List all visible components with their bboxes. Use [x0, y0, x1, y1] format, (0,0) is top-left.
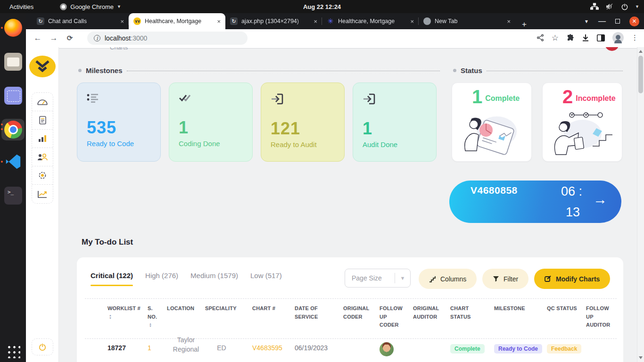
milestone-card-ready-to-code[interactable]: 535 Ready to Code	[77, 82, 161, 162]
header-qc-status: QC STATUS	[547, 304, 586, 329]
app-grid-button[interactable]	[6, 344, 20, 358]
app-favicon-icon: ∨∨	[133, 17, 141, 25]
header-chart: CHART #	[252, 304, 295, 329]
tab-healthcare-2[interactable]: ✳ Healthcare, Mortgage ×	[322, 13, 419, 29]
tab-close-icon[interactable]: ×	[507, 18, 511, 25]
arrow-right-icon[interactable]: →	[593, 191, 607, 207]
milestone-card-ready-to-audit[interactable]: 121 Ready to Audit	[261, 82, 345, 162]
forward-button[interactable]: →	[48, 32, 60, 44]
header-worklist[interactable]: WORKLIST #▲▼	[107, 304, 148, 329]
dock-item-vscode[interactable]	[4, 153, 22, 171]
scroll-down-icon[interactable]	[639, 356, 643, 359]
running-indicator	[1, 123, 3, 125]
user-avatar-partial[interactable]	[605, 47, 619, 51]
address-bar[interactable]: i localhost:3000	[87, 32, 248, 45]
sidebar-item-analytics[interactable]	[32, 185, 53, 203]
asterisk-favicon-icon: ✳	[327, 17, 334, 25]
minimize-button[interactable]: —	[598, 17, 606, 25]
new-tab-button[interactable]: +	[522, 20, 527, 29]
app-logo[interactable]	[29, 56, 56, 77]
network-icon[interactable]	[590, 3, 599, 10]
dotted-leader	[127, 71, 440, 71]
header-speciality: SPECIALITY	[205, 304, 252, 329]
sidebar-item-settings[interactable]	[32, 166, 53, 185]
page-scrollbar[interactable]	[637, 47, 644, 362]
sort-icon[interactable]: ▲▼	[149, 323, 152, 328]
table-row[interactable]: 18727 1 TaylorRegional ED V4683595 06/19…	[85, 344, 618, 358]
tab-close-icon[interactable]: ×	[314, 18, 317, 25]
download-icon[interactable]	[582, 34, 589, 42]
share-icon[interactable]	[537, 34, 544, 41]
header-follow-up-coder: FOLLOW UP CODER	[380, 304, 413, 329]
tab-medium[interactable]: Medium (1579)	[190, 272, 238, 286]
menu-kebab-icon[interactable]: ⋮	[631, 33, 638, 42]
milestone-card-audit-done[interactable]: 1 Audit Done	[353, 82, 437, 162]
sidebar-item-notes[interactable]	[32, 111, 53, 130]
sidebar-item-dashboard[interactable]	[32, 93, 53, 111]
screen: Activities Google Chrome ▼ Aug 22 12:24 …	[0, 0, 644, 362]
bullet-icon	[453, 69, 456, 72]
milestone-card-coding-done[interactable]: 1 Coding Done	[169, 82, 253, 162]
volume-muted-icon[interactable]	[605, 3, 614, 10]
timer-seconds: 13	[566, 205, 580, 220]
tab-search-icon[interactable]: ▼	[584, 19, 589, 24]
header-milestone: MILESTONE	[494, 304, 547, 329]
tab-healthcare-active[interactable]: ∨∨ Healthcare, Mortgage ×	[129, 13, 225, 29]
profile-button[interactable]	[612, 32, 624, 43]
enter-icon	[363, 93, 377, 105]
dock-item-firefox[interactable]	[4, 19, 22, 37]
back-button[interactable]: ←	[32, 32, 44, 44]
tab-chat-and-calls[interactable]: ↻ Chat and Calls ×	[32, 13, 129, 29]
scrollbar-thumb[interactable]	[638, 56, 643, 93]
milestone-label: Ready to Code	[87, 140, 151, 148]
restore-button[interactable]	[615, 19, 620, 24]
dock-item-files[interactable]	[4, 53, 22, 71]
incomplete-illustration	[547, 110, 616, 157]
tab-low[interactable]: Low (517)	[250, 272, 282, 286]
page-size-select[interactable]: Page Size ▼	[345, 269, 411, 288]
active-chart-timer[interactable]: V4680858 06 : 13 →	[449, 181, 621, 223]
caret-down-icon[interactable]: ▼	[635, 4, 639, 9]
side-panel-icon[interactable]	[597, 34, 605, 41]
browser-window: ↻ Chat and Calls × ∨∨ Healthcare, Mortga…	[26, 13, 644, 362]
filter-label: Filter	[504, 275, 518, 283]
header-sno[interactable]: S. NO.▲▼	[148, 304, 167, 329]
timer-minutes: 06 :	[561, 184, 582, 199]
columns-button[interactable]: Columns	[419, 269, 477, 289]
reload-button[interactable]: ⟳	[64, 32, 76, 44]
tab-high[interactable]: High (276)	[145, 272, 178, 286]
window-close-button[interactable]: ✕	[629, 16, 639, 26]
tab-close-icon[interactable]: ×	[410, 18, 414, 25]
tab-critical[interactable]: Critical (122)	[91, 272, 133, 286]
tab-new-tab[interactable]: New Tab ×	[419, 13, 515, 29]
web-page: Charts Milestones Status 535	[26, 47, 644, 362]
bookmark-star-icon[interactable]: ☆	[552, 33, 559, 43]
tab-title: Healthcare, Mortgage	[338, 18, 406, 25]
dock-item-screenshot[interactable]	[4, 87, 22, 105]
clock[interactable]: Aug 22 12:24	[0, 3, 644, 10]
url-host: localhost	[105, 34, 131, 42]
qc-status-badge: Feedback	[547, 344, 581, 354]
status-value: 1	[472, 88, 482, 106]
site-info-icon[interactable]: i	[94, 35, 100, 41]
columns-label: Columns	[440, 275, 466, 283]
sidebar-item-reports[interactable]	[32, 130, 53, 148]
sidebar-item-users[interactable]	[32, 148, 53, 166]
scroll-up-icon[interactable]	[639, 50, 643, 53]
tab-close-icon[interactable]: ×	[217, 18, 221, 25]
modify-charts-button[interactable]: Modify Charts	[534, 269, 610, 289]
separator	[85, 298, 617, 299]
milestone-label: Audit Done	[363, 140, 427, 148]
double-check-icon	[179, 93, 192, 104]
dock-item-chrome[interactable]	[4, 121, 22, 139]
logout-button[interactable]	[32, 338, 53, 355]
sort-icon[interactable]: ▲▼	[109, 314, 112, 320]
dock-item-terminal[interactable]: >_	[4, 187, 22, 205]
tab-close-icon[interactable]: ×	[120, 18, 124, 25]
tab-ajax-php[interactable]: ↻ ajax.php (1304×2794) ×	[225, 13, 322, 29]
chart-number-link[interactable]: V4683595	[252, 344, 295, 352]
header-original-auditor: ORIGINAL AUDITOR	[413, 304, 450, 329]
power-icon[interactable]	[621, 3, 628, 10]
extensions-icon[interactable]	[566, 34, 574, 42]
filter-button[interactable]: Filter	[482, 269, 528, 289]
